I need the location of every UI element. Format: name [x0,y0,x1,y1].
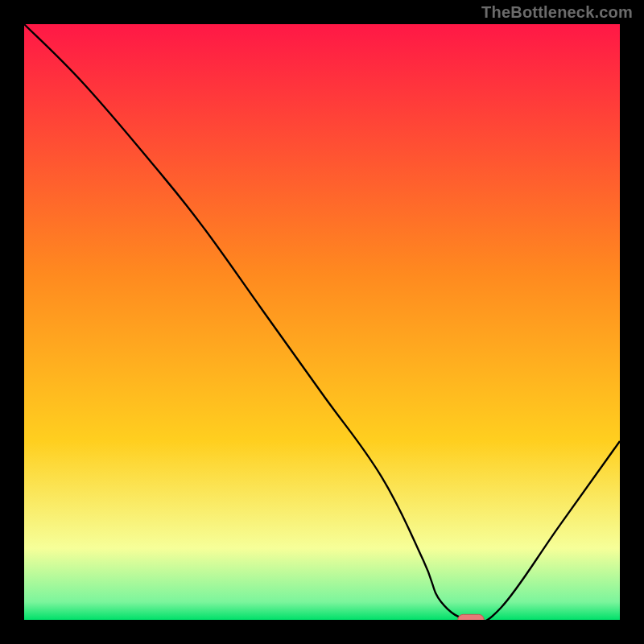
bottleneck-chart [0,0,644,644]
plot-frame [0,620,644,644]
chart-root: TheBottleneck.com [0,0,644,644]
plot-frame [620,24,644,620]
watermark-text: TheBottleneck.com [481,3,633,22]
plot-background [24,24,620,620]
plot-frame [0,24,24,620]
